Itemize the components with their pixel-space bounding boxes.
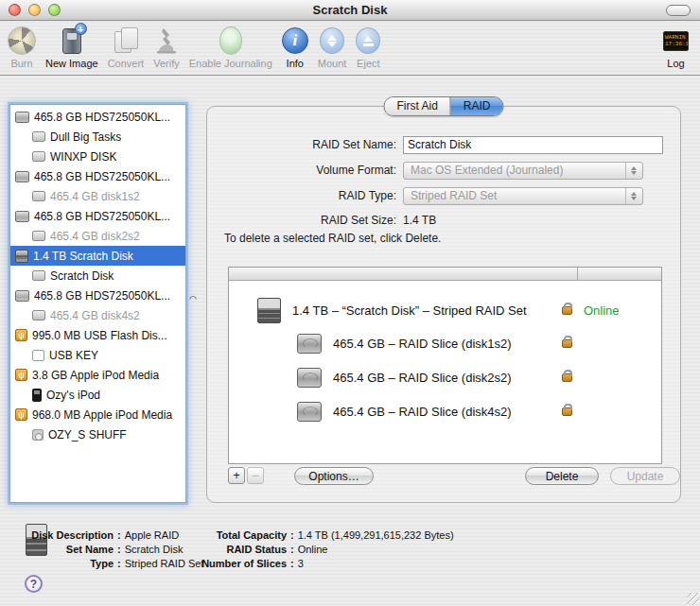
raid-set-size-label: RAID Set Size: [207,214,396,227]
help-button[interactable]: ? [25,575,43,593]
eject-button[interactable]: Eject [356,25,380,69]
raid-type-label: RAID Type: [207,189,396,202]
mount-icon [320,27,344,54]
raid-set-row[interactable]: 1.4 TB – “Scratch Disk” – Striped RAID S… [229,294,661,326]
list-item[interactable]: 465.4 GB disk4s2 [10,305,185,325]
raid-set-icon [257,298,281,323]
raid-set-name-label: RAID Set Name: [207,138,396,151]
info-button[interactable]: i Info [282,25,308,69]
drive-icon [15,290,29,302]
info-left-column: Disk Description:Apple RAID Set Name:Scr… [19,528,203,570]
list-item[interactable]: 465.8 GB HDS725050KL... [10,166,185,186]
stepper-icon [625,163,641,179]
disk-description-value: Apple RAID [125,529,179,541]
resize-grip[interactable] [687,593,699,605]
status-online: Online [584,303,620,318]
lock-icon [562,306,572,315]
options-button[interactable]: Options… [294,467,374,485]
enable-journaling-icon [219,26,242,55]
list-item[interactable]: ψ995.0 MB USB Flash Dis... [10,325,185,345]
convert-icon [114,27,137,54]
list-item[interactable]: ψ968.0 MB Apple iPod Media [10,405,185,424]
list-item[interactable]: 465.8 GB HDS725050KL... [10,206,185,226]
number-of-slices-value: 3 [298,558,304,569]
toolbar: Burn + New Image Convert Verify Enable J… [0,22,700,76]
eject-icon [356,27,380,54]
volume-icon [32,231,45,241]
raid-set-size-value: 1.4 TB [403,214,436,227]
tab-first-aid[interactable]: First Aid [384,97,449,115]
remove-slice-button[interactable]: – [247,467,264,484]
usb-icon: ψ [15,408,27,421]
device-list: 465.8 GB HDS725050KL... Dull Big Tasks W… [9,104,186,503]
raid-set-list: 1.4 TB – “Scratch Disk” – Striped RAID S… [228,267,662,464]
burn-button[interactable]: Burn [8,25,36,69]
drive-icon [15,171,29,182]
list-header [229,268,661,281]
list-item[interactable]: Dull Big Tasks [10,127,185,147]
list-item[interactable]: 465.4 GB disk2s2 [10,226,185,246]
raid-slice-row[interactable]: 465.4 GB – RAID Slice (disk4s2) [229,394,661,428]
raid-set-icon [15,250,28,263]
button-row: + – Options… Delete Update [228,467,662,486]
mount-button[interactable]: Mount [318,25,347,69]
lock-icon [562,339,572,348]
update-button[interactable]: Update [610,467,680,485]
convert-button[interactable]: Convert [108,25,145,69]
list-item[interactable]: 465.8 GB HDS725050KL... [10,107,185,127]
new-image-button[interactable]: + New Image [45,25,98,69]
drive-icon [15,112,29,123]
list-item[interactable]: ψ3.8 GB Apple iPod Media [10,365,185,385]
total-capacity-value: 1.4 TB (1,499,291,615,232 Bytes) [298,529,454,541]
splitter-handle[interactable]: ◠ [189,295,198,303]
drive-icon [15,211,29,222]
burn-icon [8,26,36,55]
white-volume-icon [32,350,44,361]
enable-journaling-button[interactable]: Enable Journaling [189,25,272,69]
verify-button[interactable]: Verify [153,25,180,69]
raid-status-value: Online [298,544,328,555]
info-icon: i [282,27,308,54]
disk-utility-window: Scratch Disk Burn + New Image Convert Ve… [0,0,700,606]
disk-icon [297,334,322,354]
log-icon: WARNIN 17:36:1 [663,31,689,51]
usb-icon: ψ [15,369,27,381]
title-bar: Scratch Disk [0,0,700,21]
list-item[interactable]: 465.4 GB disk1s2 [10,186,185,206]
raid-type-select[interactable]: Striped RAID Set [403,187,643,205]
tab-raid[interactable]: RAID [450,97,503,115]
list-item[interactable]: WINXP DISK [10,147,185,166]
list-item[interactable]: Scratch Disk [10,266,185,286]
list-item[interactable]: 465.8 GB HDS725050KL... [10,286,185,305]
set-name-value: Scratch Disk [125,544,184,555]
ipod-icon [32,389,42,402]
usb-icon: ψ [15,329,27,341]
raid-pane: First Aid RAID RAID Set Name: Volume For… [206,106,681,503]
verify-icon [154,25,179,57]
raid-slice-row[interactable]: 465.4 GB – RAID Slice (disk1s2) [229,326,661,360]
list-item[interactable]: USB KEY [10,345,185,365]
info-right-column: Total Capacity:1.4 TB (1,499,291,615,232… [183,528,454,570]
log-button[interactable]: WARNIN 17:36:1 Log [663,25,689,69]
list-item-selected[interactable]: 1.4 TB Scratch Disk [10,246,185,266]
stepper-icon [625,188,641,204]
volume-format-label: Volume Format: [207,164,396,177]
volume-icon [32,151,45,162]
ipod-shuffle-icon [32,429,44,441]
disk-icon [297,402,322,422]
lock-icon [562,407,572,416]
volume-format-select[interactable]: Mac OS Extended (Journaled) [403,162,643,180]
plus-badge-icon: + [75,23,87,35]
add-slice-button[interactable]: + [228,467,245,484]
raid-set-name-input[interactable] [403,136,663,154]
delete-button[interactable]: Delete [525,467,599,485]
list-item[interactable]: OZY_S SHUFF [10,424,185,444]
list-item[interactable]: Ozy's iPod [10,385,185,405]
volume-icon [32,131,45,142]
tab-bar: First Aid RAID [383,96,503,116]
toolbar-toggle-button[interactable] [666,5,691,16]
raid-slice-row[interactable]: 465.4 GB – RAID Slice (disk2s2) [229,360,661,394]
volume-icon [32,270,45,281]
new-image-icon: + [62,28,81,54]
disk-icon [297,368,322,388]
